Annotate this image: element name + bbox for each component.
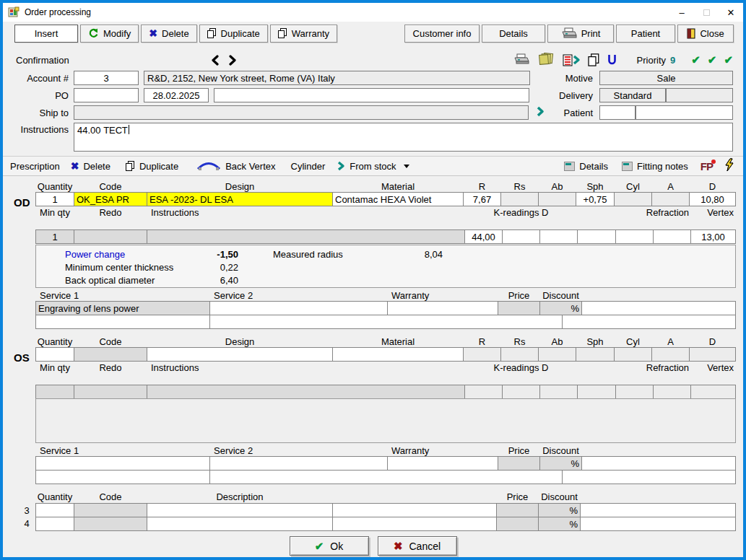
os-service2b-cell[interactable] (210, 471, 562, 484)
od-instructions-cell[interactable] (147, 230, 464, 243)
os-d-cell[interactable] (690, 348, 735, 361)
os-warranty-cell[interactable] (388, 457, 498, 470)
power-change-link[interactable]: Power change (65, 249, 199, 260)
od-service1-cell[interactable]: Engraving of lens power (36, 302, 209, 315)
order-list-icon[interactable] (563, 54, 581, 66)
os-ref2-cell[interactable] (616, 385, 653, 398)
customer-info-button[interactable]: Customer info (404, 25, 480, 43)
insert-button[interactable]: Insert (14, 25, 78, 43)
duplicate-button[interactable]: Duplicate (199, 25, 268, 43)
od-design-cell[interactable]: ESA -2023- DL ESA (147, 193, 332, 206)
ok-button[interactable]: ✔Ok (290, 536, 369, 556)
od-code-cell[interactable]: OK_ESA PR (74, 193, 147, 206)
od-service2b-cell[interactable] (210, 315, 562, 328)
od-redo-cell[interactable] (74, 230, 147, 243)
os-k3-cell[interactable] (540, 385, 577, 398)
misc3-quantity-cell[interactable] (36, 504, 74, 517)
check-icon-3[interactable]: ✔ (724, 53, 733, 66)
modify-button[interactable]: Modify (80, 25, 139, 43)
from-stock-dropdown[interactable]: From stock (337, 161, 409, 172)
os-redo-cell[interactable] (74, 385, 147, 398)
po-ref-input[interactable] (214, 88, 529, 102)
os-sph-cell[interactable] (576, 348, 614, 361)
instructions-input[interactable]: 44.00 ТЕСТ (74, 123, 733, 152)
od-ab-cell[interactable] (539, 193, 576, 206)
os-k1-cell[interactable] (465, 385, 502, 398)
maximize-button[interactable] (694, 3, 719, 22)
od-a-cell[interactable] (652, 193, 689, 206)
os-ref3-cell[interactable] (654, 385, 690, 398)
po-input[interactable] (74, 88, 139, 102)
os-code-cell[interactable] (74, 348, 147, 361)
misc3-code-cell[interactable] (74, 504, 147, 517)
copies-icon[interactable] (538, 53, 554, 67)
clip-icon[interactable] (607, 53, 617, 67)
os-cyl-cell[interactable] (615, 348, 651, 361)
fp-logo-button[interactable]: FP (701, 160, 713, 172)
os-quantity-cell[interactable] (36, 348, 74, 361)
od-vertex-cell[interactable]: 13,00 (691, 230, 735, 243)
delete-button[interactable]: ✖Delete (141, 25, 196, 43)
os-service1b-cell[interactable] (36, 471, 209, 484)
os-a-cell[interactable] (652, 348, 689, 361)
od-discount-cell[interactable]: % (540, 302, 581, 315)
misc4-quantity-cell[interactable] (36, 517, 74, 530)
rx-details-toggle[interactable]: Details (564, 161, 608, 172)
patient-button[interactable]: Patient (616, 25, 675, 43)
misc4-code-cell[interactable] (74, 517, 147, 530)
os-r-cell[interactable] (464, 348, 500, 361)
misc3-extra-cell[interactable] (333, 504, 496, 517)
od-cyl-cell[interactable] (615, 193, 651, 206)
misc3-price-cell[interactable] (497, 504, 538, 517)
customer-address-field[interactable]: R&D, 2152, New York street, Rome (VA) It… (144, 71, 530, 85)
od-service2-cell[interactable] (210, 302, 387, 315)
account-input[interactable]: 3 (74, 71, 139, 85)
misc4-right-cell[interactable] (581, 517, 735, 530)
date-field[interactable]: 28.02.2025 (144, 88, 209, 102)
os-vertex-cell[interactable] (691, 385, 735, 398)
misc3-discount-cell[interactable]: % (539, 504, 580, 517)
od-minqty-cell[interactable]: 1 (36, 230, 74, 243)
od-refraction-cyl-cell[interactable] (616, 230, 653, 243)
next-record-button[interactable] (228, 55, 237, 66)
os-service2-cell[interactable] (210, 457, 387, 470)
close-window-button[interactable]: ✕ (719, 3, 743, 22)
misc4-extra-cell[interactable] (333, 517, 496, 530)
od-quantity-cell[interactable]: 1 (36, 193, 74, 206)
os-material-cell[interactable] (333, 348, 463, 361)
motive-field[interactable]: Sale (599, 71, 733, 85)
misc4-discount-cell[interactable]: % (539, 517, 580, 530)
od-material-cell[interactable]: Contamac HEXA Violet (333, 193, 463, 206)
rx-delete-button[interactable]: ✖Delete (71, 160, 110, 172)
patient-code-input[interactable] (599, 105, 636, 120)
quick-action-button[interactable] (724, 158, 734, 174)
rx-duplicate-button[interactable]: Duplicate (126, 161, 178, 172)
os-ab-cell[interactable] (539, 348, 576, 361)
os-discount-cell[interactable]: % (540, 457, 581, 470)
back-vertex-button[interactable]: Back Vertex (196, 161, 275, 172)
cancel-button[interactable]: ✖Cancel (378, 536, 457, 556)
copy-pages-icon[interactable] (588, 53, 599, 66)
os-k2-cell[interactable] (503, 385, 539, 398)
os-service-extra-cell[interactable] (582, 457, 735, 470)
od-price-cell[interactable] (498, 302, 539, 315)
print-order-icon[interactable] (513, 53, 529, 67)
close-button[interactable]: Close (677, 25, 734, 43)
minimize-button[interactable]: – (669, 3, 694, 22)
warranty-button[interactable]: Warranty (270, 25, 337, 43)
details-button[interactable]: Details (482, 25, 545, 43)
cylinder-button[interactable]: Cylinder (291, 161, 326, 172)
misc4-description-cell[interactable] (147, 517, 332, 530)
od-service3b-cell[interactable] (563, 315, 735, 328)
od-warranty-cell[interactable] (388, 302, 498, 315)
os-instructions-cell[interactable] (147, 385, 464, 398)
od-refraction-sph-cell[interactable] (578, 230, 615, 243)
od-kreading-cell[interactable]: 44,00 (465, 230, 502, 243)
ship-to-field[interactable] (74, 105, 529, 120)
check-icon-2[interactable]: ✔ (708, 53, 717, 66)
os-minqty-cell[interactable] (36, 385, 74, 398)
od-rs-cell[interactable] (501, 193, 538, 206)
od-service1b-cell[interactable] (36, 315, 209, 328)
misc3-description-cell[interactable] (147, 504, 332, 517)
od-d-cell[interactable]: 10,80 (690, 193, 735, 206)
